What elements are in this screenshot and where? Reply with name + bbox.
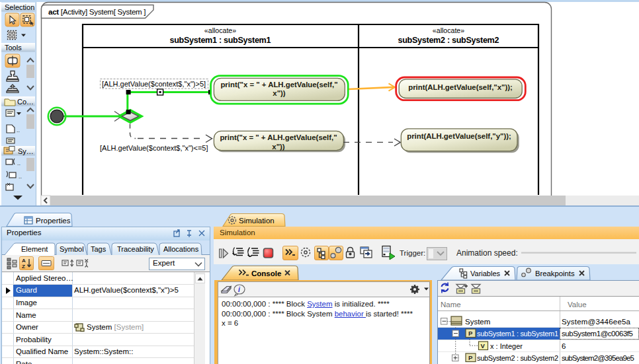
svg-text:[ALH.getValue($context$,"x")>5: [ALH.getValue($context$,"x")>5] — [102, 80, 206, 88]
svg-text:Selection: Selection — [5, 3, 34, 11]
svg-text:x")): x")) — [272, 143, 285, 151]
svg-text:Traceability: Traceability — [117, 245, 154, 253]
svg-text:print("x = " + ALH.getValue(se: print("x = " + ALH.getValue(self," — [220, 133, 337, 141]
svg-text:Tools: Tools — [5, 44, 22, 52]
svg-text:System@3446ee5a: System@3446ee5a — [562, 318, 631, 326]
svg-text:subSystem2 : subSystem2: subSystem2 : subSystem2 — [477, 354, 558, 362]
svg-text:Console: Console — [251, 270, 281, 277]
svg-text:Trigger:: Trigger: — [400, 249, 425, 257]
svg-text:A: A — [22, 258, 26, 264]
svg-text:x : Integer: x : Integer — [490, 342, 523, 350]
svg-text:6: 6 — [562, 342, 566, 350]
svg-text:..: .. — [17, 127, 20, 133]
svg-text:V: V — [481, 342, 486, 349]
svg-text:Simulation: Simulation — [239, 217, 275, 225]
svg-text:Z: Z — [22, 264, 25, 270]
svg-text:print(ALH.getValue(self,"y"));: print(ALH.getValue(self,"y")); — [407, 132, 511, 140]
svg-text:Symbol: Symbol — [60, 245, 84, 253]
svg-text:Co…: Co… — [17, 98, 34, 106]
svg-text:subSystem1@c0063f5: subSystem1@c0063f5 — [562, 330, 633, 338]
svg-text:subSystem1 : subSystem1: subSystem1 : subSystem1 — [477, 330, 558, 338]
svg-text:Breakpoints: Breakpoints — [535, 270, 575, 277]
svg-text:Tags: Tags — [91, 245, 106, 253]
svg-text:..: .. — [19, 173, 22, 180]
svg-text:[ALH.getValue($context$,"x")<=: [ALH.getValue($context$,"x")<=5] — [100, 144, 208, 152]
svg-text:Variables: Variables — [470, 270, 501, 277]
svg-text:Allocations: Allocations — [163, 245, 199, 253]
svg-text:i: i — [238, 286, 240, 293]
svg-text:P: P — [468, 354, 473, 361]
svg-text:Animation speed:: Animation speed: — [456, 248, 518, 258]
svg-text:subSystem2 : subSystem2: subSystem2 : subSystem2 — [398, 36, 499, 45]
svg-text:P: P — [468, 330, 473, 337]
svg-text:subSystem1 : subSystem1: subSystem1 : subSystem1 — [170, 36, 271, 45]
svg-text:act [Activity] System[ System: act [Activity] System[ System ] — [48, 7, 146, 16]
svg-text:System: System — [465, 318, 490, 326]
svg-text:«allocate»: «allocate» — [204, 26, 236, 34]
svg-text:Element: Element — [21, 245, 48, 253]
svg-text:..: .. — [17, 160, 21, 166]
svg-text:print(ALH.getValue(self,"x"));: print(ALH.getValue(self,"x")); — [408, 83, 513, 91]
svg-text:print("x = " + ALH.getValue(se: print("x = " + ALH.getValue(self," — [220, 81, 337, 89]
svg-text:x")): x")) — [273, 89, 286, 97]
svg-text:subSystem2@395ea9e5: subSystem2@395ea9e5 — [562, 354, 634, 362]
svg-text:Sy…: Sy… — [18, 147, 34, 155]
svg-text:Properties: Properties — [36, 217, 71, 225]
svg-text:«allocate»: «allocate» — [433, 26, 464, 34]
